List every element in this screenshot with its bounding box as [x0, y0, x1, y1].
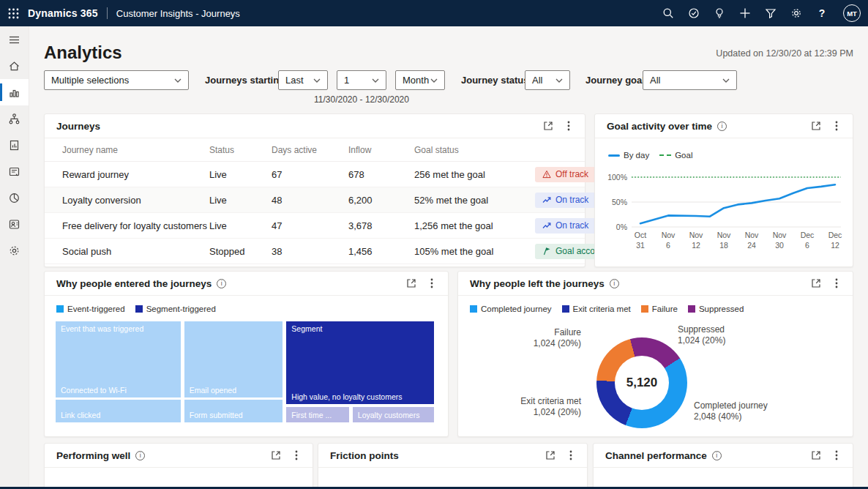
left-card: Why people left the journeys i Completed…: [457, 271, 853, 437]
entered-chart-legend: Event-triggeredSegment-triggered: [56, 305, 216, 313]
sidebar-item-messages[interactable]: [0, 158, 29, 184]
sidebar-item-audience[interactable]: [0, 211, 29, 237]
expand-icon[interactable]: [267, 447, 285, 464]
settings-icon[interactable]: [790, 7, 802, 19]
badge-label: On track: [555, 220, 588, 231]
treemap-group-label: Event that was triggered: [61, 324, 178, 333]
table-row[interactable]: Loyalty conversionLive486,20052% met the…: [45, 187, 585, 213]
treemap-leaf-label: Email opened: [190, 386, 280, 395]
goal-line-chart: 100%50%0%Oct31Nov6Nov12Nov18Nov24Nov30De…: [599, 167, 848, 256]
info-icon[interactable]: i: [712, 451, 722, 460]
goal-status-badge-cell: On track: [535, 218, 596, 234]
status-cell: Live: [209, 220, 272, 231]
bottom-card-performing-well: Performing welli: [44, 443, 313, 489]
treemap-block[interactable]: First time ...: [286, 407, 348, 422]
svg-text:12: 12: [831, 241, 839, 250]
treemap-block[interactable]: SegmentHigh value, no loyalty customers: [286, 321, 434, 404]
donut-total: 5,120: [615, 356, 669, 410]
journey-status-dropdown[interactable]: All: [525, 70, 570, 90]
left-donut-area: 5,120 Completed journey2,048 (40%)Exit c…: [458, 272, 853, 436]
audience-dropdown[interactable]: Multiple selections: [44, 70, 189, 90]
svg-text:Dec: Dec: [801, 231, 815, 239]
card-header: Performing welli: [45, 444, 313, 468]
legend-item[interactable]: By day: [608, 151, 649, 160]
more-icon[interactable]: [562, 447, 580, 464]
svg-text:31: 31: [636, 241, 645, 250]
more-icon[interactable]: [423, 275, 441, 292]
sidebar-item-settings[interactable]: [0, 237, 29, 264]
filter-icon[interactable]: [765, 7, 777, 19]
page-title: Analytics: [44, 42, 122, 63]
topbar-divider: [107, 7, 108, 19]
journey-goal-dropdown[interactable]: All: [643, 70, 737, 90]
column-header[interactable]: Inflow: [348, 145, 414, 155]
info-icon[interactable]: i: [135, 451, 145, 460]
status-badge: Off track: [535, 167, 596, 182]
goal-status-cell: 52% met the goal: [414, 195, 535, 206]
table-row[interactable]: Free delivery for loyalty customersLive4…: [45, 213, 585, 239]
sidebar-menu-toggle[interactable]: [0, 26, 29, 53]
callout-value: 1,024 (20%): [492, 407, 581, 418]
column-header[interactable]: Journey name: [62, 145, 209, 155]
app-name[interactable]: Dynamics 365: [28, 7, 98, 19]
column-header[interactable]: Status: [209, 145, 272, 155]
more-icon[interactable]: [828, 117, 845, 135]
svg-text:Dec: Dec: [828, 231, 842, 239]
app-context[interactable]: Customer Insights - Journeys: [116, 8, 240, 19]
help-icon[interactable]: ?: [816, 7, 828, 19]
search-icon[interactable]: [662, 7, 674, 19]
legend-item[interactable]: Goal: [659, 151, 692, 160]
treemap-leaf-label: High value, no loyalty customers: [291, 392, 431, 401]
sidebar-item-journeys[interactable]: [0, 105, 29, 132]
column-header[interactable]: Days active: [272, 145, 348, 155]
period-count-dropdown[interactable]: 1: [337, 70, 386, 90]
line-chart-svg[interactable]: 100%50%0%Oct31Nov6Nov12Nov18Nov24Nov30De…: [599, 167, 848, 253]
donut-chart[interactable]: 5,120: [596, 337, 687, 428]
expand-icon[interactable]: [807, 447, 825, 464]
expand-icon[interactable]: [542, 447, 559, 464]
info-icon[interactable]: i: [217, 279, 226, 288]
guidance-icon[interactable]: [688, 7, 700, 19]
avatar[interactable]: MT: [843, 4, 861, 22]
status-cell: Live: [209, 195, 272, 206]
treemap-leaf-label: First time ...: [291, 411, 345, 419]
expand-icon[interactable]: [539, 117, 557, 135]
legend-item[interactable]: Segment-triggered: [135, 305, 216, 313]
treemap-block[interactable]: Link clicked: [56, 400, 181, 422]
more-icon[interactable]: [288, 447, 305, 464]
updated-timestamp: Updated on 12/30/20 at 12:39 PM: [716, 48, 853, 59]
sidebar-item-analytics[interactable]: [0, 79, 29, 105]
goal-flag-icon: [542, 247, 551, 255]
waffle-icon[interactable]: [0, 0, 26, 26]
treemap-block[interactable]: Email opened: [184, 321, 283, 397]
entered-card-header: Why people entered the journeys i: [45, 272, 448, 296]
lightbulb-icon[interactable]: [714, 7, 725, 19]
info-icon[interactable]: i: [717, 122, 727, 131]
chevron-down-icon: [313, 78, 321, 83]
svg-text:Nov: Nov: [717, 231, 731, 239]
sidebar-item-home[interactable]: [0, 53, 29, 79]
treemap-block[interactable]: Event that was triggeredConnected to Wi-…: [56, 321, 181, 397]
table-row[interactable]: Reward journeyLive67678256 met the goalO…: [45, 162, 585, 187]
svg-text:Nov: Nov: [773, 231, 787, 239]
expand-icon[interactable]: [403, 275, 420, 292]
table-row[interactable]: Social pushStopped381,456105% met the go…: [45, 239, 585, 264]
period-mode-dropdown[interactable]: Last: [278, 70, 328, 90]
sidebar-item-reports[interactable]: [0, 132, 29, 158]
journey-name-cell: Loyalty conversion: [62, 195, 209, 206]
callout-value: 2,048 (40%): [694, 411, 811, 422]
expand-icon[interactable]: [807, 117, 825, 135]
journey-goal-label: Journey goal: [585, 70, 645, 90]
more-icon[interactable]: [828, 447, 845, 464]
svg-text:100%: 100%: [607, 173, 627, 182]
inflow-cell: 678: [348, 169, 414, 180]
period-unit-dropdown[interactable]: Month: [395, 70, 445, 90]
treemap-block[interactable]: Loyalty customers: [353, 407, 434, 422]
plus-icon[interactable]: [739, 7, 751, 19]
treemap-block[interactable]: Form submitted: [184, 400, 283, 422]
more-icon[interactable]: [560, 117, 577, 135]
sidebar-item-segments[interactable]: [0, 184, 29, 211]
legend-item[interactable]: Event-triggered: [56, 305, 125, 313]
line-swatch: [608, 154, 620, 157]
column-header[interactable]: Goal status: [414, 145, 535, 155]
